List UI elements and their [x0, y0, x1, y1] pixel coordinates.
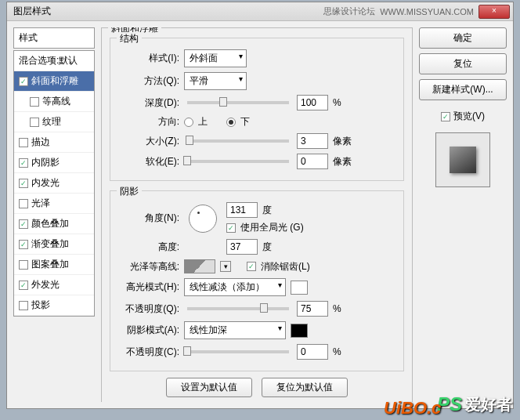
preview-checkbox[interactable] — [441, 112, 450, 121]
style-checkbox-3[interactable] — [19, 138, 28, 147]
style-list: 混合选项:默认 斜面和浮雕等高线纹理描边内阴影内发光光泽颜色叠加渐变叠加图案叠加… — [13, 50, 95, 317]
style-checkbox-6[interactable] — [19, 199, 28, 208]
style-checkbox-9[interactable] — [19, 260, 28, 270]
angle-label: 角度(N): — [118, 212, 179, 225]
style-item-11[interactable]: 投影 — [14, 295, 94, 316]
new-style-button[interactable]: 新建样式(W)... — [419, 79, 507, 100]
watermark-2: UiBO.c — [384, 398, 441, 418]
preview-swatch — [450, 147, 476, 173]
style-item-4[interactable]: 内阴影 — [14, 153, 94, 173]
style-checkbox-2[interactable] — [30, 118, 39, 127]
shadow-mode-select[interactable]: 线性加深 — [184, 321, 286, 339]
shadow-opacity-slider[interactable] — [187, 350, 289, 353]
style-item-6[interactable]: 光泽 — [14, 194, 94, 214]
style-label-6: 光泽 — [31, 197, 50, 210]
global-light-label: 使用全局光 (G) — [240, 221, 304, 234]
angle-input[interactable] — [226, 202, 258, 218]
watermark-text: 爱好者 — [465, 394, 512, 415]
set-default-button[interactable]: 设置为默认值 — [166, 378, 252, 397]
subtitle: 思缘设计论坛 — [323, 5, 375, 17]
style-label-5: 内发光 — [31, 176, 60, 190]
antialias-label: 消除锯齿(L) — [261, 260, 310, 273]
depth-input[interactable] — [297, 95, 328, 110]
dialog-window: 图层样式 思缘设计论坛 WWW.MISSYUAN.COM × 样式 混合选项:默… — [6, 2, 514, 409]
preview-label: 预览(V) — [453, 110, 485, 123]
style-label-0: 斜面和浮雕 — [31, 74, 78, 88]
highlight-opacity-slider[interactable] — [187, 307, 289, 310]
style-item-9[interactable]: 图案叠加 — [14, 255, 94, 275]
soften-input[interactable] — [297, 154, 328, 169]
soften-unit: 像素 — [333, 155, 356, 168]
method-select[interactable]: 平滑 — [184, 72, 247, 90]
titlebar: 图层样式 思缘设计论坛 WWW.MISSYUAN.COM × — [7, 2, 513, 21]
highlight-mode-select[interactable]: 线性减淡（添加） — [184, 278, 286, 296]
style-checkbox-11[interactable] — [19, 301, 28, 310]
direction-label: 方向: — [118, 115, 179, 129]
direction-up-radio[interactable] — [184, 118, 193, 127]
style-item-0[interactable]: 斜面和浮雕 — [14, 71, 94, 92]
style-item-1[interactable]: 等高线 — [14, 92, 94, 112]
soften-label: 软化(E): — [118, 155, 179, 168]
altitude-label: 高度: — [118, 241, 179, 254]
style-item-8[interactable]: 渐变叠加 — [14, 234, 94, 255]
style-select[interactable]: 外斜面 — [184, 49, 247, 67]
gloss-contour-dropdown[interactable]: ▾ — [220, 261, 231, 272]
close-button[interactable]: × — [478, 5, 510, 19]
style-label-7: 颜色叠加 — [31, 217, 69, 230]
global-light-checkbox[interactable] — [226, 223, 236, 233]
shadow-opacity-unit: % — [333, 346, 356, 357]
shadow-color-swatch[interactable] — [291, 324, 308, 338]
style-item-5[interactable]: 内发光 — [14, 173, 94, 194]
down-label: 下 — [240, 115, 250, 129]
style-checkbox-0[interactable] — [19, 77, 28, 86]
shadow-opacity-label: 不透明度(C): — [118, 346, 179, 359]
direction-down-radio[interactable] — [226, 118, 236, 127]
highlight-opacity-unit: % — [333, 303, 356, 314]
soften-slider[interactable] — [187, 160, 289, 163]
style-label-9: 图案叠加 — [31, 258, 69, 271]
shadow-title: 阴影 — [117, 185, 142, 198]
highlight-opacity-input[interactable] — [297, 301, 328, 317]
style-checkbox-8[interactable] — [19, 240, 28, 249]
angle-wheel[interactable] — [189, 205, 217, 233]
size-slider[interactable] — [187, 139, 289, 143]
size-label: 大小(Z): — [118, 135, 179, 148]
style-checkbox-10[interactable] — [19, 281, 28, 290]
style-checkbox-5[interactable] — [19, 179, 28, 188]
subtitle-url: WWW.MISSYUAN.COM — [380, 7, 474, 16]
style-item-10[interactable]: 外发光 — [14, 275, 94, 295]
style-item-7[interactable]: 颜色叠加 — [14, 214, 94, 234]
altitude-input[interactable] — [226, 239, 258, 255]
style-header[interactable]: 样式 — [13, 27, 95, 49]
depth-label: 深度(D): — [118, 96, 179, 110]
highlight-color-swatch[interactable] — [291, 281, 308, 295]
depth-unit: % — [333, 97, 356, 108]
blend-options[interactable]: 混合选项:默认 — [14, 51, 94, 71]
window-title: 图层样式 — [10, 5, 51, 18]
shadow-opacity-input[interactable] — [297, 344, 328, 360]
altitude-unit: 度 — [262, 241, 272, 254]
style-checkbox-4[interactable] — [19, 158, 28, 168]
gloss-contour-swatch[interactable] — [184, 259, 215, 273]
ok-button[interactable]: 确定 — [419, 27, 507, 49]
antialias-checkbox[interactable] — [247, 262, 256, 271]
style-label: 样式(I): — [118, 52, 179, 65]
depth-slider[interactable] — [187, 101, 289, 104]
size-input[interactable] — [297, 133, 328, 149]
style-label-1: 等高线 — [42, 95, 70, 108]
style-label-11: 投影 — [31, 299, 50, 312]
shadow-group: 阴影 角度(N): 度 使用全局光 (G) — [110, 190, 404, 371]
style-checkbox-7[interactable] — [19, 219, 28, 229]
structure-group: 结构 样式(I): 外斜面 方法(Q): 平滑 深度(D): % — [110, 38, 404, 181]
structure-title: 结构 — [117, 32, 142, 45]
style-label-3: 描边 — [31, 136, 50, 149]
style-item-2[interactable]: 纹理 — [14, 112, 94, 132]
cancel-button[interactable]: 复位 — [419, 53, 507, 74]
style-checkbox-1[interactable] — [30, 97, 39, 107]
style-label-2: 纹理 — [42, 115, 61, 129]
reset-default-button[interactable]: 复位为默认值 — [262, 378, 348, 397]
angle-unit: 度 — [262, 204, 272, 217]
style-item-3[interactable]: 描边 — [14, 132, 94, 153]
style-label-10: 外发光 — [31, 278, 60, 291]
method-label: 方法(Q): — [118, 74, 179, 88]
